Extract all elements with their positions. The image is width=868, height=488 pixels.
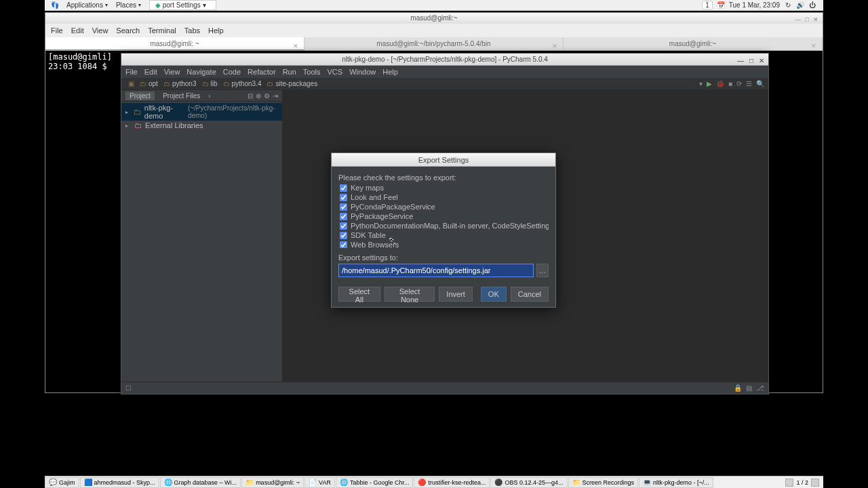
debug-icon[interactable]: 🐞 [716,80,724,87]
menu-view[interactable]: View [164,68,180,76]
status-lock-icon[interactable]: 🔒 [734,384,742,392]
expand-icon[interactable]: ▸ [125,109,130,115]
target-icon[interactable]: ⊕ [256,92,261,100]
taskbar-item[interactable]: 📁Screen Recordings [568,477,639,488]
tray-icon[interactable] [811,479,819,487]
close-icon[interactable]: ✕ [813,14,818,25]
taskbar-item[interactable]: 📄VAR [304,477,335,488]
menu-edit[interactable]: Edit [71,26,84,35]
pycharm-titlebar[interactable]: nltk-pkg-demo - [~/PycharmProjects/nltk-… [121,54,768,66]
menu-file[interactable]: File [125,68,138,76]
clock[interactable]: Tue 1 Mar, 23:09 [729,1,780,9]
menu-search[interactable]: Search [116,26,140,35]
power-icon[interactable]: ⏻ [808,1,816,9]
tab-close-icon[interactable]: ✕ [293,39,298,53]
taskbar-item[interactable]: 📁masud@gimli: ~ [241,477,304,488]
gear-icon[interactable]: ⚙ [264,92,270,100]
project-tab[interactable]: Project [125,92,155,100]
taskbar-item[interactable]: 💻nltk-pkg-demo - [~/... [639,477,713,488]
status-layout-icon[interactable]: ▤ [746,384,752,392]
terminal-titlebar[interactable]: masud@gimli:~ —□✕ [45,13,823,24]
setting-item-look[interactable]: Look and Feel [338,192,549,202]
breadcrumb-item[interactable]: 🗀site-packages [264,80,320,87]
volume-icon[interactable]: 🔊 [796,1,804,9]
update-icon[interactable]: ⟳ [736,80,742,87]
refresh-icon[interactable]: ↻ [784,1,792,9]
dialog-title[interactable]: Export Settings [332,153,555,167]
setting-item-pypackage[interactable]: PyPackageService [338,211,549,221]
cancel-button[interactable]: Cancel [511,287,549,302]
menu-navigate[interactable]: Navigate [186,68,216,76]
settings-icon[interactable]: ☰ [746,80,752,87]
menu-refactor[interactable]: Refactor [248,68,276,76]
breadcrumb-item[interactable]: 🗀lib [199,80,220,87]
chevron-down-icon[interactable]: ▾ [699,80,703,87]
stop-icon[interactable]: ■ [728,80,732,87]
status-indicator[interactable]: ☐ [125,384,132,392]
tree-external-libs[interactable]: ▸ 🗀 External Libraries [121,121,282,130]
breadcrumb-item[interactable]: 🗀python3.4 [220,80,264,87]
taskbar-item[interactable]: 🟦ahmedmasud - Skyp... [80,477,159,488]
menu-window[interactable]: Window [349,68,376,76]
menu-file[interactable]: File [51,26,63,35]
search-icon[interactable]: 🔍 [756,80,764,87]
calendar-icon[interactable]: 📅 [717,1,725,9]
setting-item-sdk[interactable]: SDK Table [338,230,549,240]
menu-run[interactable]: Run [283,68,296,76]
close-icon[interactable]: ✕ [759,55,764,67]
menu-terminal[interactable]: Terminal [148,26,176,35]
export-path-input[interactable] [338,264,534,277]
minimize-icon[interactable]: — [737,55,744,67]
menu-vcs[interactable]: VCS [328,68,343,76]
setting-item-conda[interactable]: PyCondaPackageService [338,202,549,211]
settings-list[interactable]: Key maps Look and Feel PyCondaPackageSer… [338,183,549,248]
project-tree[interactable]: ▸ 🗀 nltk-pkg-demo (~/PycharmProjects/nlt… [121,102,282,131]
invert-button[interactable]: Invert [439,287,473,302]
taskbar-item[interactable]: ⚫OBS 0.12.4-25—g4... [490,477,567,488]
chevron-right-icon[interactable]: › [208,92,210,100]
workspace-switcher[interactable]: 1 / 2 [781,479,823,487]
setting-item-keymaps[interactable]: Key maps [338,183,549,192]
select-all-button[interactable]: Select All [338,287,380,302]
tab-close-icon[interactable]: ✕ [552,39,557,53]
taskbar-item[interactable]: 💬Gajim [45,477,79,488]
places-menu[interactable]: Places▾ [112,1,145,9]
tray-icon[interactable] [785,479,793,487]
menu-help[interactable]: Help [208,26,224,35]
menu-edit[interactable]: Edit [144,68,157,76]
menu-view[interactable]: View [92,26,108,35]
select-none-button[interactable]: Select None [384,287,435,302]
menu-code[interactable]: Code [223,68,241,76]
tree-root-node[interactable]: ▸ 🗀 nltk-pkg-demo (~/PycharmProjects/nlt… [121,103,282,121]
taskbar-item[interactable]: 🌐Graph database – Wi... [160,477,241,488]
active-window-button[interactable]: ◆ port Settings ▾ [149,0,216,10]
menu-tabs[interactable]: Tabs [184,26,200,35]
hide-icon[interactable]: ⇥ [273,92,278,100]
breadcrumb-item[interactable]: 🗀opt [137,80,161,87]
terminal-tab-1[interactable]: masud@gimli: ~✕ [45,37,304,50]
menu-tools[interactable]: Tools [303,68,321,76]
notification-count[interactable]: 1 [702,1,713,9]
run-icon[interactable]: ▶ [707,80,712,87]
maximize-icon[interactable]: □ [806,14,809,25]
menu-help[interactable]: Help [382,68,398,76]
terminal-tab-3[interactable]: masud@gimli:~✕ [564,37,823,50]
project-files-tab[interactable]: Project Files [159,92,204,100]
tab-close-icon[interactable]: ✕ [811,39,816,53]
expand-icon[interactable]: ▸ [125,123,131,129]
setting-item-docmap[interactable]: PythonDocumentationMap, Built-in server,… [338,221,549,230]
folder-icon: 🗀 [223,80,230,87]
maximize-icon[interactable]: □ [749,55,753,67]
taskbar-item[interactable]: 🔴trustifier-kse-redtea... [414,477,490,488]
taskbar-item[interactable]: 🌐Tabbie - Google Chr... [336,477,414,488]
collapse-icon[interactable]: ⊟ [248,92,253,100]
setting-item-browsers[interactable]: Web Browsers [338,240,549,248]
status-git-icon[interactable]: ⎇ [756,384,764,392]
minimize-icon[interactable]: — [795,14,802,25]
ok-button[interactable]: OK [481,287,507,302]
breadcrumb-home[interactable]: ▣ [125,80,137,87]
applications-menu[interactable]: Applications▾ [62,1,112,9]
terminal-tab-2[interactable]: masud@gimli:~/bin/pycharm-5.0.4/bin✕ [304,37,564,50]
breadcrumb-item[interactable]: 🗀python3 [161,80,199,87]
browse-button[interactable]: … [536,264,549,277]
